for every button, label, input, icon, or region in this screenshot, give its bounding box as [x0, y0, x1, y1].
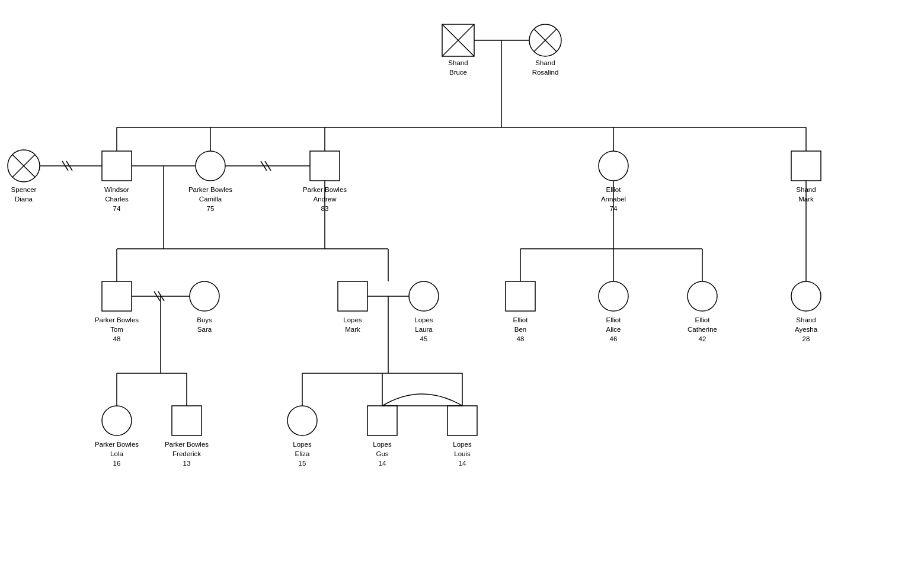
svg-rect-53	[791, 151, 821, 181]
svg-rect-51	[310, 151, 340, 181]
label-shand-ayesha: ShandAyesha28	[795, 315, 817, 344]
svg-point-57	[409, 281, 439, 311]
label-parker-bowles-tom: Parker BowlesTom48	[95, 315, 139, 344]
label-elliot-alice: ElliotAlice46	[606, 315, 621, 344]
label-windsor-charles: WindsorCharles74	[104, 185, 129, 213]
family-tree: Shand Bruce Shand Rosalind SpencerDiana …	[0, 0, 924, 564]
svg-point-64	[287, 406, 317, 435]
label-parker-bowles-camilla: Parker BowlesCamilla75	[188, 185, 232, 213]
svg-point-55	[190, 281, 219, 311]
label-lopes-louis: LopesLouis14	[453, 440, 471, 468]
label-buys-sara: BuysSara	[197, 315, 212, 334]
svg-point-61	[791, 281, 821, 311]
label-parker-bowles-lola: Parker BowlesLola16	[95, 440, 139, 468]
svg-rect-66	[447, 406, 477, 435]
label-shand-rosalind: Shand Rosalind	[532, 58, 559, 77]
svg-rect-63	[172, 406, 202, 435]
label-lopes-gus: LopesGus14	[373, 440, 391, 468]
tree-lines	[0, 0, 924, 564]
svg-rect-65	[367, 406, 397, 435]
svg-rect-49	[102, 151, 132, 181]
label-elliot-ben: ElliotBen48	[513, 315, 528, 344]
svg-rect-54	[102, 281, 132, 311]
svg-rect-58	[506, 281, 535, 311]
svg-point-59	[599, 281, 628, 311]
label-lopes-mark: LopesMark	[343, 315, 362, 334]
svg-rect-56	[338, 281, 367, 311]
label-parker-bowles-frederick: Parker BowlesFrederick13	[165, 440, 209, 468]
label-elliot-annabel: ElliotAnnabel74	[601, 185, 626, 213]
label-shand-mark: ShandMark	[796, 185, 816, 204]
svg-point-62	[102, 406, 132, 435]
label-spencer-diana: SpencerDiana	[11, 185, 37, 204]
svg-point-52	[599, 151, 628, 181]
label-lopes-eliza: LopesEliza15	[293, 440, 311, 468]
svg-point-60	[688, 281, 717, 311]
label-shand-bruce: Shand Bruce	[448, 58, 468, 77]
label-elliot-catherine: ElliotCatherine42	[688, 315, 717, 344]
label-parker-bowles-andrew: Parker BowlesAndrew83	[303, 185, 347, 213]
svg-point-50	[196, 151, 225, 181]
label-lopes-laura: LopesLaura45	[414, 315, 433, 344]
